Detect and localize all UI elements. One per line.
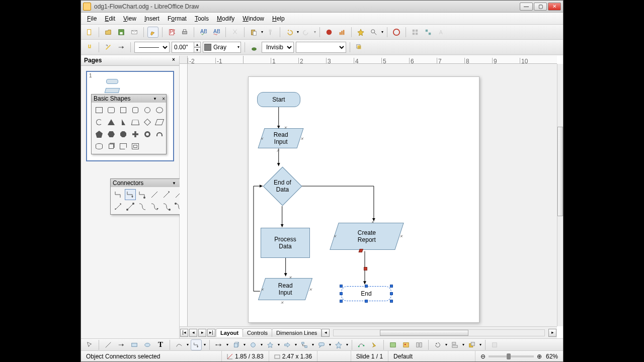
shape-parallelogram[interactable] (154, 117, 165, 128)
shape-square-round[interactable] (130, 105, 141, 116)
menu-insert[interactable]: Insert (140, 14, 164, 23)
shape-cross[interactable] (130, 129, 141, 140)
basic-shapes-header[interactable]: Basic Shapes ▼× (92, 95, 166, 103)
zoom-out-icon[interactable]: ⊖ (480, 353, 486, 360)
menu-view[interactable]: View (119, 14, 140, 23)
block-arrows-tool[interactable] (282, 339, 293, 350)
shape-cylinder[interactable] (94, 141, 105, 152)
area-style-button[interactable] (249, 42, 260, 53)
shadow-button[interactable] (354, 42, 365, 53)
shape-rect[interactable] (94, 105, 105, 116)
chart-button[interactable] (337, 27, 348, 38)
vertical-scrollbar[interactable] (557, 64, 563, 326)
shape-frame[interactable] (130, 141, 141, 152)
line-width-input[interactable] (172, 42, 194, 53)
hyperlink-button[interactable] (324, 27, 335, 38)
menu-help[interactable]: Help (268, 14, 289, 23)
shape-hexagon[interactable] (106, 129, 117, 140)
menu-file[interactable]: File (83, 14, 101, 23)
helplines-button[interactable]: A (436, 27, 447, 38)
stars-tool[interactable] (333, 339, 344, 350)
guides-button[interactable] (423, 27, 434, 38)
redo-button[interactable] (301, 27, 312, 38)
arrow-ends-button[interactable] (116, 42, 127, 53)
tab-nav-prev[interactable]: ◂ (189, 329, 197, 337)
ellipse-tool[interactable] (142, 339, 153, 350)
line-color-select[interactable]: Gray ▾ (203, 42, 241, 53)
help-button[interactable] (391, 27, 402, 38)
arrow-line-tool[interactable] (116, 339, 127, 350)
shape-octagon[interactable] (118, 129, 129, 140)
shape-diamond[interactable] (142, 117, 153, 128)
lines-arrows-tool[interactable] (213, 339, 224, 350)
maximize-button[interactable]: ▢ (534, 3, 547, 11)
horizontal-scrollbar[interactable] (333, 329, 545, 336)
tab-controls[interactable]: Controls (243, 328, 272, 337)
basic-shapes-close[interactable]: × (162, 96, 165, 102)
paste-button[interactable] (248, 27, 259, 38)
callouts-tool[interactable] (316, 339, 327, 350)
connector-7[interactable] (113, 201, 124, 212)
flowchart-tool[interactable] (299, 339, 310, 350)
line-width-down[interactable]: ▼ (194, 47, 201, 53)
zoom-slider[interactable] (489, 355, 534, 357)
tab-dimension-lines[interactable]: Dimension Lines (272, 328, 321, 337)
arrow-style-button[interactable] (84, 42, 95, 53)
line-style-button[interactable] (103, 42, 114, 53)
line-width-up[interactable]: ▲ (194, 42, 201, 47)
fill-style-select[interactable]: Invisible (262, 42, 294, 53)
line-tool[interactable] (103, 339, 114, 350)
fontwork-tool[interactable] (387, 339, 398, 350)
from-file-tool[interactable] (400, 339, 412, 350)
connectors-panel[interactable]: Connectors ▼× (110, 178, 186, 215)
align-tool[interactable] (449, 339, 460, 350)
open-button[interactable] (103, 27, 114, 38)
canvas-viewport[interactable]: Start Read Input End of Data Process Da (188, 64, 557, 326)
select-tool[interactable] (84, 339, 95, 350)
tab-layout[interactable]: Layout (216, 328, 243, 337)
menu-tools[interactable]: Tools (191, 14, 213, 23)
menu-edit[interactable]: Edit (101, 14, 119, 23)
curve-tool[interactable] (174, 339, 185, 350)
gallery-tool[interactable] (414, 339, 425, 350)
connector-3[interactable] (137, 189, 148, 200)
spellcheck-button[interactable]: ABC (198, 27, 209, 38)
shape-read-input-2[interactable]: Read Input (258, 278, 312, 300)
edit-points-tool[interactable] (356, 339, 367, 350)
tab-nav-last[interactable]: ▸| (207, 329, 215, 337)
shape-create-report[interactable]: Create Report (330, 223, 404, 250)
shape-right-tri[interactable] (118, 117, 129, 128)
save-button[interactable] (116, 27, 127, 38)
shape-ring[interactable] (142, 129, 153, 140)
export-pdf-button[interactable]: PDF (166, 27, 177, 38)
3d-tool[interactable] (230, 339, 242, 350)
connectors-header[interactable]: Connectors ▼× (111, 179, 185, 187)
titlebar[interactable]: odg1-FlowChart.odg - LibreOffice Draw — … (81, 1, 563, 13)
shape-pentagon[interactable] (94, 129, 105, 140)
zoom-value[interactable]: 62% (546, 353, 558, 360)
menu-format[interactable]: Format (164, 14, 191, 23)
fill-color-select[interactable] (296, 42, 346, 53)
shape-foldedcorner[interactable] (118, 141, 129, 152)
text-tool[interactable]: T (155, 339, 166, 350)
shape-start[interactable]: Start (257, 92, 300, 107)
shape-read-input-1[interactable]: Read Input (258, 128, 304, 148)
pages-panel-header[interactable]: Pages × (81, 56, 179, 66)
tab-nav-next[interactable]: ▸ (198, 329, 206, 337)
shape-rect-round[interactable] (106, 105, 117, 116)
grid-button[interactable] (410, 27, 421, 38)
connector-4[interactable] (149, 189, 160, 200)
close-button[interactable]: ✕ (548, 3, 561, 11)
edit-mode-button[interactable] (147, 27, 158, 38)
navigator-button[interactable] (355, 27, 366, 38)
connector-gluepoint[interactable] (364, 267, 367, 270)
hscroll-left[interactable]: ◂ (321, 329, 330, 337)
glue-points-tool[interactable] (369, 339, 380, 350)
shape-cube[interactable] (106, 141, 117, 152)
pages-panel-close[interactable]: × (170, 57, 177, 64)
ruler-corner[interactable] (180, 56, 188, 64)
shape-arc[interactable] (154, 129, 165, 140)
status-style[interactable]: Default (388, 351, 475, 361)
rectangle-tool[interactable] (129, 339, 140, 350)
line-width-spinner[interactable]: ▲▼ (172, 42, 201, 53)
